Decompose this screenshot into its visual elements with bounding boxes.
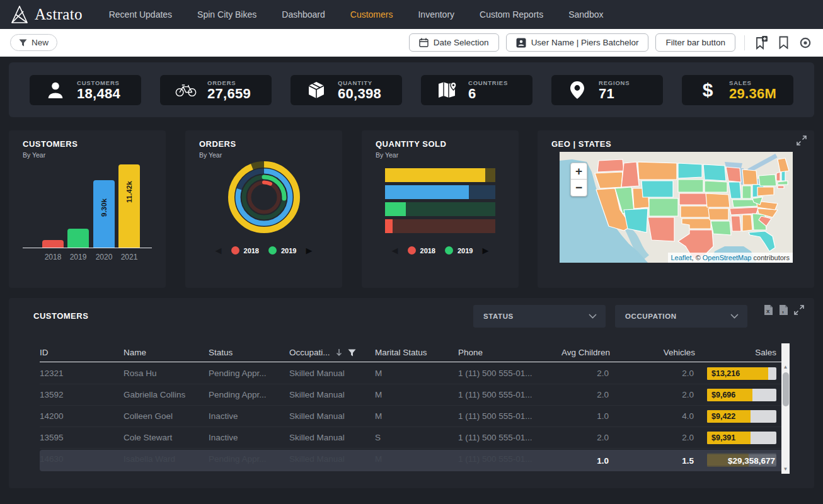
bar-2019[interactable]: [67, 229, 89, 248]
table-row[interactable]: 12321Rosa HuPending Appr...Skilled Manua…: [40, 363, 785, 384]
nav-item-customers[interactable]: Customers: [338, 9, 406, 20]
column-header-avg-children[interactable]: Avg Children: [553, 348, 610, 357]
zoom-out-button[interactable]: −: [571, 180, 587, 196]
cell: 1.0: [553, 411, 610, 421]
legend-next-arrow[interactable]: ▶: [482, 246, 488, 255]
leaflet-map[interactable]: + − Leaflet, © OpenStreetMap contributor…: [560, 152, 793, 263]
main-nav: Recent UpdatesSpin City BikesDashboardCu…: [96, 9, 616, 20]
column-header-name[interactable]: Name: [124, 348, 209, 357]
hbar-2019[interactable]: [385, 202, 495, 216]
nav-item-sandbox[interactable]: Sandbox: [556, 9, 616, 20]
filter-icon[interactable]: [348, 349, 356, 357]
attribution-link[interactable]: Leaflet: [671, 254, 692, 261]
column-header-vehicles[interactable]: Vehicles: [610, 348, 695, 357]
cell: 2.0: [610, 369, 695, 378]
hbar-2018[interactable]: [385, 219, 495, 233]
chart-legend: ◀20182019▶: [362, 246, 519, 255]
table-header-row: IDNameStatusOccupati...Marital StatusPho…: [40, 343, 785, 362]
user-button[interactable]: User Name | Piers Batchelor: [506, 33, 649, 52]
column-header-occupati-[interactable]: Occupati...: [289, 348, 375, 357]
table-row[interactable]: 14200Colleen GoelInactiveSkilled ManualM…: [40, 406, 785, 427]
kpi-label: REGIONS: [599, 79, 630, 86]
cell: Pending Appr...: [209, 390, 289, 399]
bar-2021[interactable]: 11.42k: [118, 164, 140, 248]
legend-item-2019[interactable]: 2019: [268, 246, 296, 255]
column-header-phone[interactable]: Phone: [458, 348, 553, 357]
bookmark-add-icon[interactable]: [754, 35, 769, 50]
table-totals-row: 1.01.5$29,358,677: [40, 450, 785, 471]
column-label: Vehicles: [664, 348, 695, 357]
box-icon: [306, 81, 327, 100]
nav-item-custom-reports[interactable]: Custom Reports: [467, 9, 556, 20]
brand-logo[interactable]: Astrato: [10, 4, 83, 25]
legend-next-arrow[interactable]: ▶: [306, 246, 312, 255]
export-excel-icon[interactable]: X: [764, 304, 773, 316]
legend-prev-arrow[interactable]: ◀: [216, 246, 222, 255]
expand-icon[interactable]: [797, 135, 807, 146]
user-button-label: User Name | Piers Batchelor: [531, 38, 639, 47]
geo-states-panel: GEO | STATES + − Leaflet, © OpenStreetMa…: [538, 130, 814, 288]
export-csv-icon[interactable]: ,: [779, 304, 788, 316]
nav-item-recent-updates[interactable]: Recent Updates: [96, 9, 185, 20]
scroll-up-arrow[interactable]: ▲: [781, 364, 790, 370]
zoom-in-button[interactable]: +: [571, 163, 587, 180]
new-filter-button[interactable]: New: [10, 34, 57, 51]
cell: Pending Appr...: [209, 369, 289, 378]
sales-value: $13,216: [711, 367, 740, 380]
x-axis-label: 2018: [42, 253, 64, 261]
column-header-sales[interactable]: Sales: [695, 348, 776, 357]
bookmark-icon[interactable]: [776, 35, 791, 50]
totals-avg-children: 1.0: [553, 456, 610, 466]
cell: 2.0: [610, 390, 695, 399]
filter-bar-button[interactable]: Filter bar button: [655, 33, 735, 52]
column-label: Marital Status: [375, 348, 427, 357]
bar-value-label: 9.30k: [93, 186, 115, 230]
legend-prev-arrow[interactable]: ◀: [392, 246, 398, 255]
attribution-text: contributors: [751, 254, 790, 261]
svg-text:X: X: [766, 309, 770, 314]
scrollbar-thumb[interactable]: [783, 372, 789, 406]
us-choropleth: [560, 152, 793, 263]
expand-icon[interactable]: [794, 305, 804, 315]
cell: 1 (11) 500 555-01...: [458, 433, 553, 442]
column-header-marital-status[interactable]: Marital Status: [375, 348, 458, 357]
chevron-down-icon: [589, 314, 597, 319]
nav-item-inventory[interactable]: Inventory: [405, 9, 467, 20]
quantity-sold-panel: QUANTITY SOLD By Year ◀20182019▶: [362, 130, 519, 288]
bar-2020[interactable]: 9.30k: [93, 180, 115, 248]
status-filter-dropdown[interactable]: STATUS: [473, 305, 606, 328]
table-row[interactable]: 13595Cole StewartInactiveSkilled ManualS…: [40, 427, 785, 449]
column-header-status[interactable]: Status: [209, 348, 289, 357]
legend-item-2018[interactable]: 2018: [231, 246, 259, 255]
cell: Skilled Manual: [289, 433, 375, 442]
vertical-scrollbar[interactable]: ▲ ▼: [781, 343, 790, 474]
date-selection-button[interactable]: Date Selection: [409, 33, 499, 52]
occupation-filter-dropdown[interactable]: OCCUPATION: [615, 305, 747, 328]
hbar-2021[interactable]: [385, 168, 495, 182]
customers-by-year-panel: CUSTOMERS By Year 201820199.30k202011.42…: [9, 130, 166, 288]
legend-item-2019[interactable]: 2019: [445, 246, 473, 255]
hbar-2020[interactable]: [385, 185, 495, 199]
cell: 2.0: [610, 433, 695, 442]
nav-item-dashboard[interactable]: Dashboard: [269, 9, 338, 20]
cell: 4.0: [610, 411, 695, 421]
kpi-label: SALES: [729, 79, 776, 86]
cell: S: [375, 433, 458, 442]
sort-desc-icon[interactable]: [336, 348, 342, 357]
sales-value: $9,391: [711, 432, 735, 444]
cell: Inactive: [209, 411, 289, 421]
sales-value: $9,696: [711, 389, 735, 401]
legend-item-2018[interactable]: 2018: [408, 246, 435, 255]
attribution-link[interactable]: OpenStreetMap: [703, 254, 752, 261]
table-row[interactable]: 13592Gabriella CollinsPending Appr...Ski…: [40, 384, 785, 406]
kpi-card-orders: ORDERS27,659: [160, 75, 272, 105]
column-header-id[interactable]: ID: [40, 348, 124, 357]
nav-item-spin-city-bikes[interactable]: Spin City Bikes: [185, 9, 269, 20]
legend-dot: [268, 246, 277, 255]
kpi-card-regions: REGIONS71: [551, 75, 663, 105]
eye-icon[interactable]: [798, 35, 813, 50]
cell: M: [375, 390, 458, 399]
kpi-label: QUANTITY: [338, 79, 381, 86]
sales-bar-cell: $9,696: [707, 389, 776, 401]
scroll-down-arrow[interactable]: ▼: [781, 466, 790, 472]
